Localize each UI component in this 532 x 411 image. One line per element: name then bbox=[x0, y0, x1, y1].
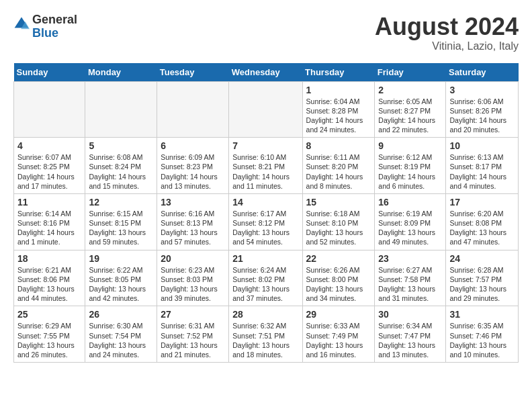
day-number: 14 bbox=[232, 197, 298, 208]
calendar-day-cell: 4Sunrise: 6:07 AM Sunset: 8:25 PM Daylig… bbox=[14, 138, 85, 194]
day-number: 7 bbox=[232, 140, 298, 151]
day-number: 29 bbox=[306, 309, 371, 320]
page-header: General Blue August 2024 Vitinia, Lazio,… bbox=[13, 13, 519, 52]
calendar-day-cell: 15Sunrise: 6:18 AM Sunset: 8:10 PM Dayli… bbox=[302, 193, 375, 250]
day-number: 17 bbox=[449, 197, 515, 208]
calendar-week-row: 11Sunrise: 6:14 AM Sunset: 8:16 PM Dayli… bbox=[14, 193, 519, 250]
day-info: Sunrise: 6:31 AM Sunset: 7:52 PM Dayligh… bbox=[161, 321, 225, 359]
day-info: Sunrise: 6:10 AM Sunset: 8:21 PM Dayligh… bbox=[232, 152, 298, 191]
day-number: 26 bbox=[89, 309, 153, 320]
day-number: 15 bbox=[306, 197, 371, 208]
calendar-day-cell: 3Sunrise: 6:06 AM Sunset: 8:26 PM Daylig… bbox=[446, 81, 519, 138]
calendar-day-cell: 14Sunrise: 6:17 AM Sunset: 8:12 PM Dayli… bbox=[229, 193, 302, 250]
day-info: Sunrise: 6:34 AM Sunset: 7:47 PM Dayligh… bbox=[378, 321, 442, 359]
day-number: 4 bbox=[17, 140, 81, 151]
calendar-week-row: 25Sunrise: 6:29 AM Sunset: 7:55 PM Dayli… bbox=[14, 306, 519, 363]
day-number: 25 bbox=[17, 309, 81, 320]
calendar-day-cell: 17Sunrise: 6:20 AM Sunset: 8:08 PM Dayli… bbox=[446, 193, 519, 250]
calendar-day-cell: 22Sunrise: 6:26 AM Sunset: 8:00 PM Dayli… bbox=[302, 250, 375, 306]
calendar-day-cell bbox=[157, 81, 229, 138]
day-number: 19 bbox=[89, 253, 153, 264]
day-info: Sunrise: 6:15 AM Sunset: 8:15 PM Dayligh… bbox=[89, 209, 153, 247]
calendar-day-cell: 6Sunrise: 6:09 AM Sunset: 8:23 PM Daylig… bbox=[157, 138, 229, 194]
day-info: Sunrise: 6:20 AM Sunset: 8:08 PM Dayligh… bbox=[449, 209, 515, 247]
day-number: 11 bbox=[17, 197, 81, 208]
calendar-week-row: 18Sunrise: 6:21 AM Sunset: 8:06 PM Dayli… bbox=[14, 250, 519, 306]
day-info: Sunrise: 6:16 AM Sunset: 8:13 PM Dayligh… bbox=[161, 209, 225, 247]
logo: General Blue bbox=[13, 13, 77, 40]
day-number: 9 bbox=[378, 140, 442, 151]
day-number: 18 bbox=[17, 253, 81, 264]
calendar-day-cell: 10Sunrise: 6:13 AM Sunset: 8:17 PM Dayli… bbox=[446, 138, 519, 194]
weekday-header: Sunday bbox=[14, 63, 85, 82]
calendar-day-cell: 31Sunrise: 6:35 AM Sunset: 7:46 PM Dayli… bbox=[446, 306, 519, 363]
logo-icon bbox=[13, 16, 30, 32]
day-number: 20 bbox=[161, 253, 225, 264]
calendar-day-cell bbox=[85, 81, 157, 138]
day-number: 22 bbox=[306, 253, 371, 264]
weekday-header: Tuesday bbox=[157, 63, 229, 82]
calendar-day-cell: 25Sunrise: 6:29 AM Sunset: 7:55 PM Dayli… bbox=[14, 306, 85, 363]
day-info: Sunrise: 6:08 AM Sunset: 8:24 PM Dayligh… bbox=[89, 152, 153, 191]
calendar-day-cell: 30Sunrise: 6:34 AM Sunset: 7:47 PM Dayli… bbox=[375, 306, 446, 363]
day-number: 8 bbox=[306, 140, 371, 151]
calendar-day-cell: 7Sunrise: 6:10 AM Sunset: 8:21 PM Daylig… bbox=[229, 138, 302, 194]
calendar-day-cell: 8Sunrise: 6:11 AM Sunset: 8:20 PM Daylig… bbox=[302, 138, 375, 194]
logo-blue: Blue bbox=[32, 27, 77, 40]
day-number: 6 bbox=[161, 140, 225, 151]
day-number: 1 bbox=[306, 85, 371, 95]
calendar-day-cell: 12Sunrise: 6:15 AM Sunset: 8:15 PM Dayli… bbox=[85, 193, 157, 250]
header-row: SundayMondayTuesdayWednesdayThursdayFrid… bbox=[14, 63, 519, 82]
day-info: Sunrise: 6:18 AM Sunset: 8:10 PM Dayligh… bbox=[306, 209, 371, 247]
day-number: 12 bbox=[89, 197, 153, 208]
month-title: August 2024 bbox=[375, 13, 519, 40]
day-info: Sunrise: 6:29 AM Sunset: 7:55 PM Dayligh… bbox=[17, 321, 81, 359]
calendar-day-cell: 23Sunrise: 6:27 AM Sunset: 7:58 PM Dayli… bbox=[375, 250, 446, 306]
calendar-day-cell: 11Sunrise: 6:14 AM Sunset: 8:16 PM Dayli… bbox=[14, 193, 85, 250]
day-number: 10 bbox=[449, 140, 515, 151]
day-number: 27 bbox=[161, 309, 225, 320]
logo-general: General bbox=[32, 13, 77, 27]
day-number: 2 bbox=[378, 85, 442, 95]
day-info: Sunrise: 6:24 AM Sunset: 8:02 PM Dayligh… bbox=[232, 265, 298, 304]
day-number: 5 bbox=[89, 140, 153, 151]
day-info: Sunrise: 6:27 AM Sunset: 7:58 PM Dayligh… bbox=[378, 265, 442, 304]
location: Vitinia, Lazio, Italy bbox=[375, 40, 519, 52]
calendar-day-cell bbox=[14, 81, 85, 138]
logo-text: General Blue bbox=[32, 13, 77, 40]
day-info: Sunrise: 6:26 AM Sunset: 8:00 PM Dayligh… bbox=[306, 265, 371, 304]
calendar-week-row: 1Sunrise: 6:04 AM Sunset: 8:28 PM Daylig… bbox=[14, 81, 519, 138]
calendar-day-cell: 18Sunrise: 6:21 AM Sunset: 8:06 PM Dayli… bbox=[14, 250, 85, 306]
day-info: Sunrise: 6:13 AM Sunset: 8:17 PM Dayligh… bbox=[449, 152, 515, 191]
day-info: Sunrise: 6:05 AM Sunset: 8:27 PM Dayligh… bbox=[378, 97, 442, 135]
calendar-day-cell: 28Sunrise: 6:32 AM Sunset: 7:51 PM Dayli… bbox=[229, 306, 302, 363]
day-info: Sunrise: 6:11 AM Sunset: 8:20 PM Dayligh… bbox=[306, 152, 371, 191]
day-number: 24 bbox=[449, 253, 515, 264]
day-number: 13 bbox=[161, 197, 225, 208]
day-info: Sunrise: 6:17 AM Sunset: 8:12 PM Dayligh… bbox=[232, 209, 298, 247]
day-info: Sunrise: 6:22 AM Sunset: 8:05 PM Dayligh… bbox=[89, 265, 153, 304]
calendar-day-cell: 1Sunrise: 6:04 AM Sunset: 8:28 PM Daylig… bbox=[302, 81, 375, 138]
calendar-day-cell: 19Sunrise: 6:22 AM Sunset: 8:05 PM Dayli… bbox=[85, 250, 157, 306]
day-info: Sunrise: 6:23 AM Sunset: 8:03 PM Dayligh… bbox=[161, 265, 225, 304]
day-info: Sunrise: 6:04 AM Sunset: 8:28 PM Dayligh… bbox=[306, 97, 371, 135]
day-info: Sunrise: 6:21 AM Sunset: 8:06 PM Dayligh… bbox=[17, 265, 81, 304]
day-info: Sunrise: 6:30 AM Sunset: 7:54 PM Dayligh… bbox=[89, 321, 153, 359]
day-info: Sunrise: 6:28 AM Sunset: 7:57 PM Dayligh… bbox=[449, 265, 515, 304]
calendar-day-cell bbox=[229, 81, 302, 138]
day-info: Sunrise: 6:14 AM Sunset: 8:16 PM Dayligh… bbox=[17, 209, 81, 247]
calendar-day-cell: 2Sunrise: 6:05 AM Sunset: 8:27 PM Daylig… bbox=[375, 81, 446, 138]
weekday-header: Thursday bbox=[302, 63, 375, 82]
weekday-header: Monday bbox=[85, 63, 157, 82]
day-info: Sunrise: 6:33 AM Sunset: 7:49 PM Dayligh… bbox=[306, 321, 371, 359]
day-info: Sunrise: 6:12 AM Sunset: 8:19 PM Dayligh… bbox=[378, 152, 442, 191]
day-number: 28 bbox=[232, 309, 298, 320]
title-section: August 2024 Vitinia, Lazio, Italy bbox=[375, 13, 519, 52]
day-info: Sunrise: 6:07 AM Sunset: 8:25 PM Dayligh… bbox=[17, 152, 81, 191]
calendar-table: SundayMondayTuesdayWednesdayThursdayFrid… bbox=[13, 63, 519, 363]
calendar-day-cell: 9Sunrise: 6:12 AM Sunset: 8:19 PM Daylig… bbox=[375, 138, 446, 194]
calendar-day-cell: 29Sunrise: 6:33 AM Sunset: 7:49 PM Dayli… bbox=[302, 306, 375, 363]
calendar-day-cell: 21Sunrise: 6:24 AM Sunset: 8:02 PM Dayli… bbox=[229, 250, 302, 306]
day-info: Sunrise: 6:06 AM Sunset: 8:26 PM Dayligh… bbox=[449, 97, 515, 135]
day-info: Sunrise: 6:35 AM Sunset: 7:46 PM Dayligh… bbox=[449, 321, 515, 359]
